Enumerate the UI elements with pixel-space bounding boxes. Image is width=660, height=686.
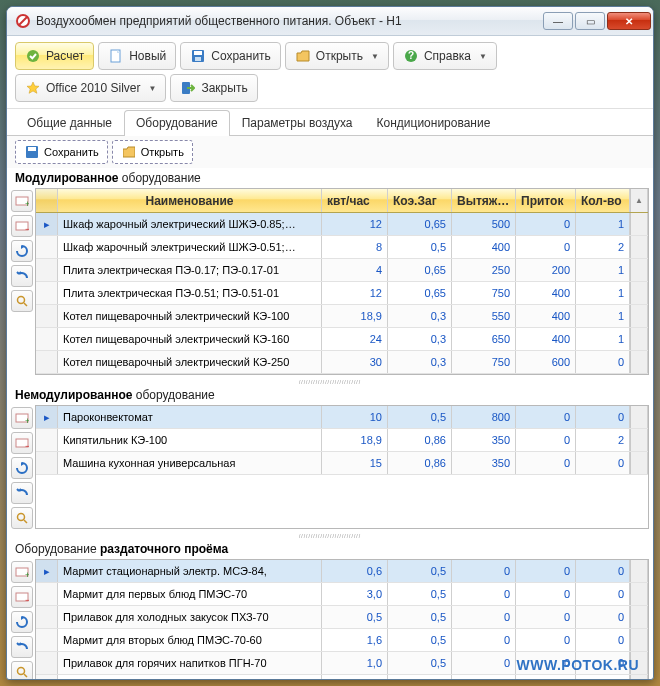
- add-row-button[interactable]: +: [11, 190, 33, 212]
- tab-conditioning[interactable]: Кондиционирование: [365, 110, 503, 136]
- cell-kz[interactable]: 0,86: [388, 452, 452, 474]
- refresh-button[interactable]: [11, 240, 33, 262]
- cell-name[interactable]: Мармит для вторых блюд ПМЭС-70-60: [58, 629, 322, 651]
- cell-pri[interactable]: 0: [516, 675, 576, 679]
- cell-name[interactable]: Машина кухонная универсальная: [58, 452, 322, 474]
- cell-kz[interactable]: 0,5: [388, 652, 452, 674]
- cell-pri[interactable]: 400: [516, 282, 576, 304]
- cell-kw[interactable]: 0,5: [322, 606, 388, 628]
- theme-button[interactable]: Office 2010 Silver ▼: [15, 74, 166, 102]
- cell-vyt[interactable]: 500: [452, 213, 516, 235]
- cell-vyt[interactable]: 800: [452, 406, 516, 428]
- footer-url[interactable]: WWW.POTOK.RU: [517, 657, 639, 673]
- cell-vyt[interactable]: 650: [452, 328, 516, 350]
- cell-kw[interactable]: 1,0: [322, 652, 388, 674]
- remove-row-button[interactable]: −: [11, 215, 33, 237]
- cell-pri[interactable]: 0: [516, 606, 576, 628]
- cell-kw[interactable]: 12: [322, 213, 388, 235]
- cell-name[interactable]: Прилавок для горячих напитков ПГН-70: [58, 652, 322, 674]
- row-indicator[interactable]: [36, 236, 58, 258]
- minimize-button[interactable]: —: [543, 12, 573, 30]
- cell-kw[interactable]: 10: [322, 406, 388, 428]
- cell-qty[interactable]: 0: [576, 560, 630, 582]
- sub-save-button[interactable]: Сохранить: [15, 140, 108, 164]
- undo-button[interactable]: [11, 482, 33, 504]
- cell-vyt[interactable]: 350: [452, 429, 516, 451]
- cell-qty[interactable]: 2: [576, 429, 630, 451]
- row-indicator[interactable]: [36, 583, 58, 605]
- cell-name[interactable]: Кипятильник КЭ-100: [58, 429, 322, 451]
- cell-name[interactable]: Котел пищеварочный электрический КЭ-250: [58, 351, 322, 373]
- cell-pri[interactable]: 200: [516, 259, 576, 281]
- cell-pri[interactable]: 0: [516, 452, 576, 474]
- remove-row-button[interactable]: −: [11, 586, 33, 608]
- table-row[interactable]: Плита электрическая ПЭ-0.17; ПЭ-0.17-014…: [36, 259, 648, 282]
- col-kw[interactable]: квт/час: [322, 189, 388, 212]
- table-row[interactable]: Котел пищеварочный электрический КЭ-2503…: [36, 351, 648, 374]
- cell-kz[interactable]: 0,3: [388, 351, 452, 373]
- app-close-button[interactable]: Закрыть: [170, 74, 257, 102]
- cell-name[interactable]: Мармит стационарный электр. МСЭ-84,: [58, 560, 322, 582]
- table-row[interactable]: Котел пищеварочный электрический КЭ-1001…: [36, 305, 648, 328]
- cell-pri[interactable]: 0: [516, 560, 576, 582]
- cell-vyt[interactable]: 0: [452, 606, 516, 628]
- cell-qty[interactable]: 1: [576, 282, 630, 304]
- row-indicator[interactable]: [36, 328, 58, 350]
- cell-vyt[interactable]: 0: [452, 629, 516, 651]
- cell-qty[interactable]: 0: [576, 351, 630, 373]
- row-indicator[interactable]: ▸: [36, 213, 58, 235]
- cell-kz[interactable]: 0,5: [388, 406, 452, 428]
- cell-name[interactable]: Пароконвектомат: [58, 406, 322, 428]
- cell-qty[interactable]: 0: [576, 452, 630, 474]
- table-row[interactable]: Кипятильник КЭ-10018,90,8635002: [36, 429, 648, 452]
- add-row-button[interactable]: +: [11, 561, 33, 583]
- cell-name[interactable]: Термостат ТЭ-25м: [58, 675, 322, 679]
- table-row[interactable]: Котел пищеварочный электрический КЭ-1602…: [36, 328, 648, 351]
- cell-qty[interactable]: 1: [576, 259, 630, 281]
- cell-qty[interactable]: 2: [576, 236, 630, 258]
- open-button[interactable]: Открыть ▼: [285, 42, 389, 70]
- search-button[interactable]: [11, 661, 33, 679]
- cell-name[interactable]: Прилавок для холодных закусок ПХЗ-70: [58, 606, 322, 628]
- cell-pri[interactable]: 0: [516, 629, 576, 651]
- cell-name[interactable]: Плита электрическая ПЭ-0.51; ПЭ-0.51-01: [58, 282, 322, 304]
- table-row[interactable]: Плита электрическая ПЭ-0.51; ПЭ-0.51-011…: [36, 282, 648, 305]
- cell-vyt[interactable]: 350: [452, 452, 516, 474]
- table-row[interactable]: Мармит для первых блюд ПМЭС-703,00,5000: [36, 583, 648, 606]
- maximize-button[interactable]: ▭: [575, 12, 605, 30]
- cell-vyt[interactable]: 0: [452, 652, 516, 674]
- cell-name[interactable]: Шкаф жарочный электрический ШЖЭ-0.85;…: [58, 213, 322, 235]
- help-button[interactable]: ? Справка ▼: [393, 42, 497, 70]
- cell-pri[interactable]: 400: [516, 328, 576, 350]
- cell-pri[interactable]: 0: [516, 429, 576, 451]
- table-row[interactable]: Термостат ТЭ-25м0,60,5000: [36, 675, 648, 679]
- cell-pri[interactable]: 400: [516, 305, 576, 327]
- table-row[interactable]: ▸Шкаф жарочный электрический ШЖЭ-0.85;…1…: [36, 213, 648, 236]
- cell-kw[interactable]: 1,6: [322, 629, 388, 651]
- cell-pri[interactable]: 600: [516, 351, 576, 373]
- row-indicator[interactable]: [36, 429, 58, 451]
- row-indicator[interactable]: ▸: [36, 560, 58, 582]
- cell-kz[interactable]: 0,65: [388, 282, 452, 304]
- cell-kz[interactable]: 0,5: [388, 560, 452, 582]
- cell-pri[interactable]: 0: [516, 213, 576, 235]
- cell-kw[interactable]: 24: [322, 328, 388, 350]
- remove-row-button[interactable]: −: [11, 432, 33, 454]
- close-window-button[interactable]: ✕: [607, 12, 651, 30]
- new-button[interactable]: Новый: [98, 42, 176, 70]
- col-pri[interactable]: Приток: [516, 189, 576, 212]
- cell-kz[interactable]: 0,5: [388, 236, 452, 258]
- cell-vyt[interactable]: 550: [452, 305, 516, 327]
- cell-kw[interactable]: 30: [322, 351, 388, 373]
- row-indicator[interactable]: [36, 351, 58, 373]
- cell-name[interactable]: Котел пищеварочный электрический КЭ-100: [58, 305, 322, 327]
- cell-vyt[interactable]: 250: [452, 259, 516, 281]
- cell-kz[interactable]: 0,86: [388, 429, 452, 451]
- cell-kw[interactable]: 4: [322, 259, 388, 281]
- cell-pri[interactable]: 0: [516, 406, 576, 428]
- cell-vyt[interactable]: 0: [452, 675, 516, 679]
- cell-vyt[interactable]: 750: [452, 282, 516, 304]
- table-row[interactable]: ▸Мармит стационарный электр. МСЭ-84,0,60…: [36, 560, 648, 583]
- cell-vyt[interactable]: 0: [452, 560, 516, 582]
- cell-kw[interactable]: 0,6: [322, 560, 388, 582]
